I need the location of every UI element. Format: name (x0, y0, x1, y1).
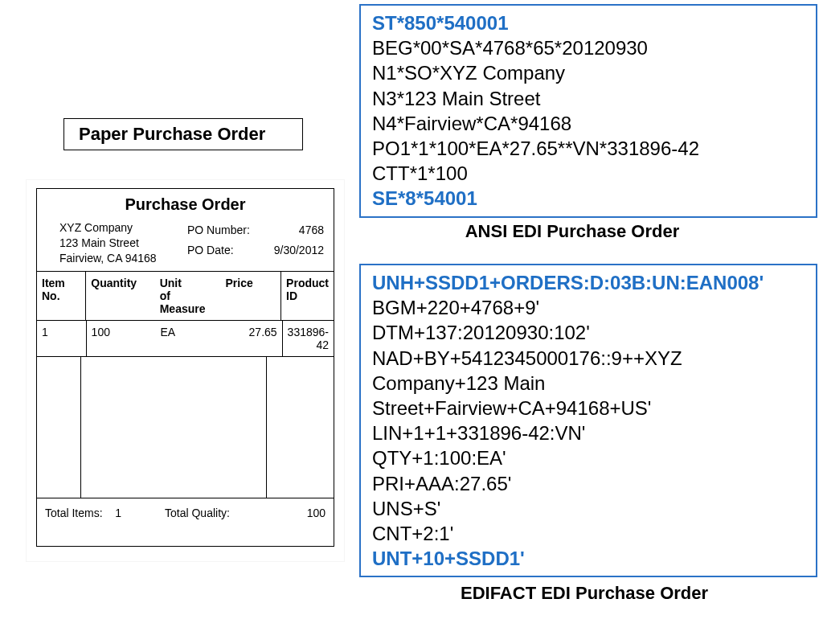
edifact-line: UNH+SSDD1+ORDERS:D:03B:UN:EAN008' (372, 270, 805, 295)
total-items-label: Total Items: (45, 507, 103, 519)
col-item-l2: No. (42, 289, 80, 302)
po-date-label: PO Date: (187, 240, 234, 260)
po-street: 123 Main Street (59, 236, 187, 251)
cell-qty: 100 (87, 321, 156, 356)
edifact-edi-box: UNH+SSDD1+ORDERS:D:03B:UN:EAN008' BGM+22… (359, 264, 817, 577)
po-company: XYZ Company (59, 220, 187, 236)
po-meta: PO Number: 4768 PO Date: 9/30/2012 (187, 220, 324, 266)
po-header: XYZ Company 123 Main Street Fairview, CA… (37, 220, 334, 271)
ansi-line: N3*123 Main Street (372, 86, 805, 111)
paper-po-card: Purchase Order XYZ Company 123 Main Stre… (27, 180, 344, 561)
total-quality-label: Total Quality: (165, 507, 230, 519)
ansi-line: PO1*1*100*EA*27.65**VN*331896-42 (372, 136, 805, 161)
ansi-line: N4*Fairview*CA*94168 (372, 111, 805, 136)
po-spacer (37, 357, 334, 498)
edifact-line: Company+123 Main (372, 371, 805, 396)
po-number-value: 4768 (299, 220, 324, 240)
edifact-caption: EDIFACT EDI Purchase Order (452, 583, 717, 604)
ansi-line: SE*8*54001 (372, 186, 805, 211)
ansi-line: CTT*1*100 (372, 161, 805, 186)
col-item-l1: Item (42, 277, 80, 289)
po-date-value: 9/30/2012 (274, 240, 324, 260)
edifact-line: BGM+220+4768+9' (372, 295, 805, 320)
ansi-edi-box: ST*850*540001 BEG*00*SA*4768*65*20120930… (359, 4, 817, 218)
total-quality-value: 100 (307, 507, 326, 519)
po-city: Fairview, CA 94168 (59, 251, 187, 266)
po-footer: Total Items: 1 Total Quality: 100 (37, 498, 334, 519)
edifact-line: UNS+S' (372, 496, 805, 521)
po-number-label: PO Number: (187, 220, 250, 240)
cell-pid: 331896-42 (283, 321, 334, 356)
cell-uom: EA (155, 321, 221, 356)
edifact-line: NAD+BY+5412345000176::9++XYZ (372, 346, 805, 371)
col-uom-l2: of Measure (160, 289, 216, 315)
edifact-line: Street+Fairview+CA+94168+US' (372, 396, 805, 420)
edifact-line: QTY+1:100:EA' (372, 445, 805, 470)
po-title: Purchase Order (37, 195, 334, 214)
po-table-header: Item No. Quantity Unit of Measure Price … (37, 272, 334, 321)
table-row: 1 100 EA 27.65 331896-42 (37, 321, 334, 357)
edifact-line: LIN+1+1+331896-42:VN' (372, 420, 805, 445)
edifact-line: DTM+137:20120930:102' (372, 320, 805, 345)
po-address: XYZ Company 123 Main Street Fairview, CA… (59, 220, 187, 266)
total-items-value: 1 (115, 507, 121, 519)
ansi-line: BEG*00*SA*4768*65*20120930 (372, 35, 805, 60)
ansi-line: N1*SO*XYZ Company (372, 60, 805, 85)
col-price: Price (225, 277, 276, 289)
ansi-caption: ANSI EDI Purchase Order (452, 221, 693, 242)
edifact-line: PRI+AAA:27.65' (372, 471, 805, 496)
edifact-line: UNT+10+SSDD1' (372, 546, 805, 571)
paper-po: Purchase Order XYZ Company 123 Main Stre… (36, 188, 334, 547)
col-pid: Product ID (286, 277, 329, 302)
ansi-line: ST*850*540001 (372, 10, 805, 35)
cell-item: 1 (37, 321, 87, 356)
po-table: Item No. Quantity Unit of Measure Price … (37, 271, 334, 498)
col-qty: Quantity (91, 277, 149, 289)
edifact-line: CNT+2:1' (372, 521, 805, 546)
paper-title-label: Paper Purchase Order (63, 118, 303, 150)
cell-price: 27.65 (222, 321, 283, 356)
col-uom-l1: Unit (160, 277, 216, 289)
